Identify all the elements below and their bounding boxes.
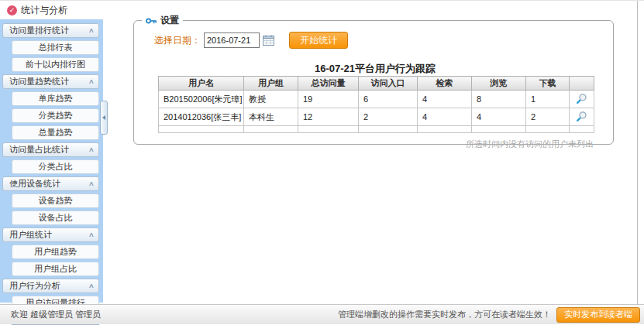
chevron-up-icon: ∧	[88, 232, 95, 238]
app-window: ✓ 统计与分析 访问量排行统计 ∧ 总排行表 前十以内排行图 访问量趋势统计 ∧…	[0, 0, 644, 325]
table-header-row: 用户名 用户组 总访问量 访问入口 检索 浏览 下载	[159, 77, 594, 91]
chevron-up-icon: ∧	[88, 147, 95, 153]
user-behavior-table: 用户名 用户组 总访问量 访问入口 检索 浏览 下载 B201502006[朱元…	[158, 76, 594, 133]
sidebar-item-category-trend[interactable]: 分类趋势	[12, 108, 99, 123]
sidebar-group-user-behavior[interactable]: 用户行为分析 ∧	[2, 279, 99, 293]
sidebar-item-usergroup-trend[interactable]: 用户组趋势	[12, 245, 99, 259]
sidebar-item-category-share[interactable]: 分类占比	[12, 159, 99, 174]
sidebar-group-usergroup-stats[interactable]: 用户组统计 ∧	[2, 228, 99, 242]
sidebar-collapse-handle[interactable]	[100, 101, 108, 135]
sidebar-group-visits-ranking[interactable]: 访问量排行统计 ∧	[2, 23, 99, 38]
footer-bar: 欢迎 超级管理员 管理员 管理端增删改的操作需要实时发布，方可在读者端生效！ 实…	[0, 304, 644, 324]
date-row: 选择日期：	[154, 32, 274, 48]
chevron-up-icon: ∧	[88, 283, 95, 289]
chevron-left-icon	[102, 115, 105, 120]
table-cell: 4	[472, 108, 526, 126]
sidebar-group-visits-trend[interactable]: 访问量趋势统计 ∧	[2, 74, 99, 89]
sidebar-item-total-trend[interactable]: 总量趋势	[12, 125, 99, 140]
magnifier-icon[interactable]	[576, 111, 587, 122]
start-statistics-button[interactable]: 开始统计	[289, 32, 348, 49]
chevron-up-icon: ∧	[88, 181, 95, 187]
table-cell: 1	[526, 91, 570, 108]
sidebar-item-device-share[interactable]: 设备占比	[12, 210, 99, 225]
check-circle-icon: ✓	[7, 5, 17, 15]
table-cell-action	[570, 108, 594, 126]
date-label: 选择日期：	[154, 34, 201, 47]
key-icon	[146, 17, 157, 25]
table-cell: 12	[298, 108, 359, 126]
settings-legend: 设置	[142, 14, 183, 27]
table-cell: 4	[418, 108, 472, 126]
table-cell: 6	[359, 91, 418, 108]
table-header-cell: 检索	[418, 77, 472, 91]
table-header-cell	[570, 77, 594, 91]
group-label: 用户行为分析	[9, 279, 60, 292]
table-row: B201502006[朱元璋] 教授 19 6 4 8 1	[159, 91, 594, 108]
sidebar-item-usergroup-share[interactable]: 用户组占比	[12, 262, 99, 276]
sidebar-title: ✓ 统计与分析	[0, 1, 103, 19]
footer-publish-area: 管理端增删改的操作需要实时发布，方可在读者端生效！ 实时发布到读者端	[338, 305, 640, 324]
footer-welcome-text: 欢迎 超级管理员 管理员	[11, 305, 101, 324]
group-label: 访问量占比统计	[9, 143, 69, 156]
table-cell: 2	[526, 108, 570, 126]
table-cell: 19	[298, 91, 359, 108]
settings-legend-label: 设置	[160, 14, 179, 27]
sidebar-accordion: 访问量排行统计 ∧ 总排行表 前十以内排行图 访问量趋势统计 ∧ 单库趋势 分类…	[0, 19, 103, 303]
table-header-cell: 访问入口	[359, 77, 418, 91]
table-header-cell: 用户组	[244, 77, 298, 91]
table-cell: 4	[418, 91, 472, 108]
sidebar-title-label: 统计与分析	[21, 4, 67, 17]
table-note: 所选时间内没有访问的用户未列出	[158, 139, 594, 150]
group-label: 访问量排行统计	[9, 24, 69, 37]
table-header-cell: 用户名	[159, 77, 244, 91]
table-header-cell: 浏览	[472, 77, 526, 91]
sidebar-group-device-stats[interactable]: 使用设备统计 ∧	[2, 176, 99, 191]
group-label: 使用设备统计	[9, 177, 60, 190]
table-cell: 2014012036[张三丰]	[159, 108, 244, 126]
table-row: 2014012036[张三丰] 本科生 12 2 4 4 2	[159, 108, 594, 126]
table-header-cell: 总访问量	[298, 77, 359, 91]
table-cell: 8	[472, 91, 526, 108]
table-cell: 2	[359, 108, 418, 126]
table-cell-action	[570, 91, 594, 108]
settings-panel: 设置 选择日期： 开始统计 16-07-21平台用户行为跟踪	[133, 20, 614, 145]
table-spacer-row	[159, 126, 594, 133]
group-label: 用户组统计	[9, 228, 52, 241]
chevron-up-icon: ∧	[88, 28, 95, 34]
report-title: 16-07-21平台用户行为跟踪	[157, 62, 593, 76]
table-header-cell: 下载	[526, 77, 570, 91]
calendar-icon[interactable]	[263, 35, 274, 46]
sidebar-item-total-ranking-table[interactable]: 总排行表	[12, 40, 99, 55]
sidebar-item-single-db-trend[interactable]: 单库趋势	[12, 91, 99, 106]
chevron-up-icon: ∧	[88, 79, 95, 85]
window-right-border	[637, 1, 638, 304]
sidebar: ✓ 统计与分析 访问量排行统计 ∧ 总排行表 前十以内排行图 访问量趋势统计 ∧…	[0, 1, 103, 303]
table-cell: 教授	[244, 91, 298, 108]
table-cell: B201502006[朱元璋]	[159, 91, 244, 108]
table-cell: 本科生	[244, 108, 298, 126]
sidebar-item-top10-ranking-chart[interactable]: 前十以内排行图	[12, 57, 99, 72]
sidebar-group-visits-share[interactable]: 访问量占比统计 ∧	[2, 142, 99, 157]
publish-note-text: 管理端增删改的操作需要实时发布，方可在读者端生效！	[338, 309, 551, 320]
magnifier-icon[interactable]	[576, 93, 587, 104]
group-label: 访问量趋势统计	[9, 75, 69, 88]
publish-to-reader-button[interactable]: 实时发布到读者端	[556, 307, 640, 323]
sidebar-item-device-trend[interactable]: 设备趋势	[12, 193, 99, 208]
date-input[interactable]	[204, 32, 260, 48]
